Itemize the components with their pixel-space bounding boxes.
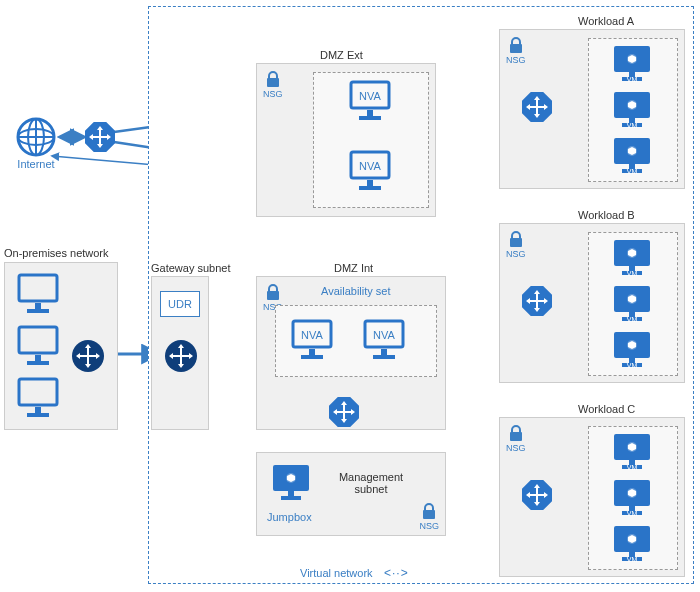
workload-c-vm1: VM [612,432,652,474]
udr-box: UDR [160,291,200,317]
onprem-pc1 [15,273,61,317]
dmz-ext-tile: NSG NVA NVA [256,63,436,217]
dmz-ext-nva2: NVA [347,150,393,194]
gateway-subnet-tile: UDR [151,276,209,430]
nsg-label: NSG [506,249,526,259]
dmz-ext-nsg-badge: NSG [263,70,283,99]
workload-a-vm2: VM [612,90,652,132]
dmz-int-title: DMZ Int [334,262,373,274]
workload-a-title: Workload A [578,15,634,27]
management-subnet-nsg-badge: NSG [419,502,439,531]
workload-b-nsg-badge: NSG [506,230,526,259]
management-subnet-tile: Management subnet Jumpbox NSG [256,452,446,536]
dmz-int-tile: NSG Availability set NVA NVA [256,276,446,430]
public-load-balancer [85,122,115,152]
dmz-ext-title: DMZ Ext [320,49,363,61]
dmz-int-nva2: NVA [361,319,407,363]
workload-c-vm3: VM [612,524,652,566]
workload-a-vm3: VM [612,136,652,178]
workload-c-tile: NSG VM VM VM [499,417,685,577]
dmz-ext-nva1: NVA [347,80,393,124]
workload-b-load-balancer [522,286,552,316]
gateway-subnet-title: Gateway subnet [151,262,231,274]
workload-c-title: Workload C [578,403,635,415]
workload-c-load-balancer [522,480,552,510]
workload-a-load-balancer [522,92,552,122]
gateway-router [164,339,198,373]
jumpbox-vm [271,463,311,505]
onprem-pc3 [15,377,61,421]
onprem-pc2 [15,325,61,369]
workload-a-nsg-badge: NSG [506,36,526,65]
dmz-int-load-balancer [329,397,359,427]
onprem-network-tile [4,262,118,430]
virtual-network-label: Virtual network [300,567,373,579]
workload-c-vm2: VM [612,478,652,520]
workload-b-vm3: VM [612,330,652,372]
nsg-label: NSG [263,89,283,99]
workload-b-tile: NSG VM VM VM [499,223,685,383]
workload-a-tile: NSG VM VM VM [499,29,685,189]
workload-b-vm1: VM [612,238,652,280]
management-subnet-title: Management subnet [331,471,411,495]
workload-c-nsg-badge: NSG [506,424,526,453]
internet-label: Internet [10,158,62,170]
dmz-int-availability-set-label: Availability set [321,285,391,297]
dmz-int-nva1: NVA [289,319,335,363]
workload-b-vm2: VM [612,284,652,326]
workload-a-vm1: VM [612,44,652,86]
jumpbox-caption: Jumpbox [267,511,312,523]
onprem-router [71,339,105,373]
onprem-title: On-premises network [4,247,109,259]
virtual-network-toggle-icon[interactable]: <··> [384,566,409,580]
nsg-label: NSG [506,55,526,65]
nsg-label: NSG [419,521,439,531]
nsg-label: NSG [506,443,526,453]
internet-icon [16,117,56,157]
workload-b-title: Workload B [578,209,635,221]
